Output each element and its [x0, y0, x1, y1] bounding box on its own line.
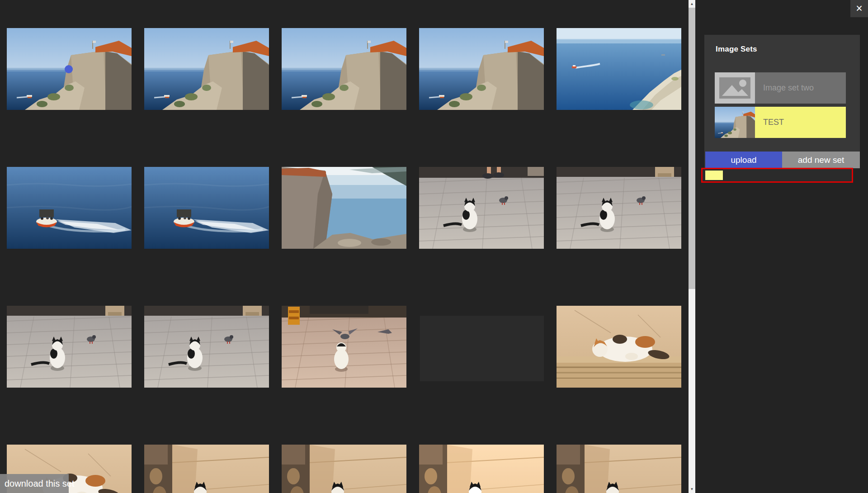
photo-thumbnail[interactable] [144, 445, 269, 493]
color-swatch-input[interactable] [705, 171, 723, 180]
image-set-item[interactable]: Image set two [715, 72, 846, 104]
photo-thumbnail[interactable] [282, 28, 406, 110]
image-placeholder-icon [715, 72, 755, 104]
image-set-item-selected[interactable]: TEST [715, 107, 846, 138]
photo-thumbnail[interactable] [557, 445, 681, 493]
photo-thumbnail[interactable] [7, 306, 132, 388]
image-sets-panel: Image Sets Image set two TEST upload add… [704, 35, 860, 168]
photo-thumbnail[interactable] [419, 445, 544, 493]
annotation-red-box [701, 168, 853, 183]
photo-thumbnail[interactable] [144, 306, 269, 388]
photo-thumbnail[interactable] [282, 306, 406, 388]
set-label: TEST [755, 107, 846, 138]
scrollbar-thumb[interactable] [689, 8, 695, 289]
photo-grid [0, 0, 688, 493]
scrollbar[interactable]: ▲ ▼ [689, 0, 695, 493]
photo-thumbnail[interactable] [282, 167, 406, 249]
set-label: Image set two [755, 72, 846, 104]
photo-thumbnail[interactable] [282, 445, 406, 493]
photo-thumbnail[interactable] [557, 167, 681, 249]
close-icon[interactable]: × [850, 0, 868, 17]
panel-title: Image Sets [716, 45, 757, 54]
photo-thumbnail[interactable] [144, 28, 269, 110]
scroll-up-icon[interactable]: ▲ [689, 0, 695, 8]
photo-thumbnail[interactable] [557, 306, 681, 388]
photo-thumbnail[interactable] [557, 28, 681, 110]
set-thumbnail-photo [715, 107, 755, 138]
download-set-button[interactable]: download this set [0, 474, 69, 493]
broken-image-placeholder[interactable] [420, 316, 544, 381]
photo-thumbnail[interactable] [419, 28, 544, 110]
photo-thumbnail[interactable] [144, 167, 269, 249]
add-new-set-button[interactable]: add new set [782, 152, 860, 168]
scroll-down-icon[interactable]: ▼ [689, 485, 695, 493]
upload-button[interactable]: upload [705, 152, 782, 168]
photo-thumbnail[interactable] [7, 28, 132, 110]
photo-thumbnail[interactable] [7, 167, 132, 249]
photo-thumbnail[interactable] [419, 167, 544, 249]
